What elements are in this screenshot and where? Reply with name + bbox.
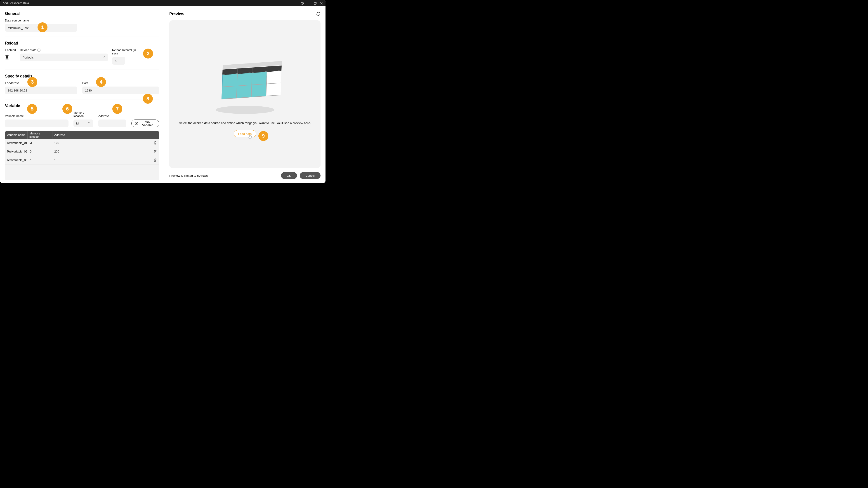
reload-interval-input[interactable] [112,57,125,65]
close-icon[interactable] [320,2,323,4]
minimize-icon[interactable] [307,2,310,4]
preview-heading: Preview [169,12,184,17]
port-label: Port [82,81,159,85]
col-var-name: Variable name [5,131,28,139]
preview-limit-text: Preview is limited to 50 rows [169,174,208,177]
refresh-icon [316,11,320,16]
delete-row-button[interactable] [151,158,159,162]
delete-row-button[interactable] [151,150,159,153]
window-title: Add Peakboard Data [3,2,29,5]
data-source-name-label: Data source name [5,19,159,22]
add-variable-button[interactable]: Add Variable [131,120,159,127]
plus-circle-icon [135,122,138,125]
trash-icon [153,150,157,153]
general-heading: General [5,11,159,16]
var-name-label: Variable name [5,114,68,118]
col-actions [151,131,159,139]
svg-point-6 [216,106,274,114]
port-input[interactable] [82,87,159,94]
info-icon[interactable]: i [37,48,40,52]
details-heading: Specify details [5,74,159,78]
variable-table: Variable name Memory location Address Te… [5,131,159,180]
col-var-memory: Memory location [28,131,53,139]
ip-input[interactable] [5,87,77,94]
trash-icon [153,158,157,162]
table-row[interactable]: Testvariable_02 D 200 [5,147,159,156]
help-icon[interactable] [301,2,304,5]
preview-pane: Preview [164,6,326,183]
table-row[interactable]: Testvariable_03 Z 1 [5,156,159,164]
var-memory-select[interactable] [73,120,93,127]
ok-button[interactable]: OK [281,172,297,179]
refresh-button[interactable] [316,11,320,17]
svg-rect-4 [314,2,316,4]
data-source-name-input[interactable] [5,24,77,32]
var-address-label: Address [98,114,126,118]
variable-heading: Variable [5,103,159,108]
reload-state-label: Reload state i [20,48,108,52]
reload-state-select[interactable] [20,54,108,61]
enabled-checkbox[interactable] [5,55,9,59]
col-var-address: Address [53,131,151,139]
preview-placeholder: Select the desired data source and defin… [169,20,320,168]
svg-point-1 [302,4,303,4]
table-placeholder-icon [204,51,286,119]
add-variable-label: Add Variable [140,120,156,127]
reload-heading: Reload [5,41,159,46]
svg-rect-2 [307,3,310,3]
reload-interval-label: Reload Interval (in sec) [112,48,141,55]
form-pane: General Data source name Reload Enabled … [0,6,164,183]
cancel-button[interactable]: Cancel [300,172,320,179]
var-memory-label: Memory location [73,111,93,118]
var-name-input[interactable] [5,120,68,127]
maximize-icon[interactable] [314,2,316,4]
var-address-input[interactable] [98,120,126,127]
delete-row-button[interactable] [151,141,159,144]
titlebar: Add Peakboard Data [0,0,326,6]
table-row[interactable]: Testvariable_01 M 100 [5,139,159,147]
enabled-label: Enabled [5,48,16,52]
load-data-button[interactable]: Load data [234,130,256,137]
ip-label: IP Address [5,81,77,85]
preview-hint: Select the desired data source and defin… [179,121,311,125]
trash-icon [153,141,157,144]
